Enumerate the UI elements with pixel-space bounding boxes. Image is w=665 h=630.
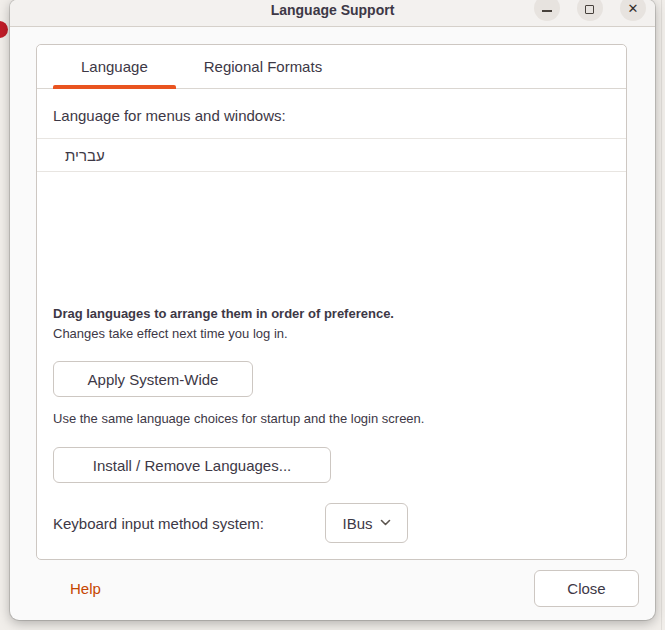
language-list-item[interactable]: עברית xyxy=(37,138,626,172)
apply-hint: Use the same language choices for startu… xyxy=(53,411,424,426)
content-frame: Language Regional Formats Language for m… xyxy=(36,44,627,560)
keyboard-input-method-label: Keyboard input method system: xyxy=(53,515,264,532)
apply-system-wide-button[interactable]: Apply System-Wide xyxy=(53,361,253,397)
footer-close-button[interactable]: Close xyxy=(534,570,639,607)
tab-regional-formats-label: Regional Formats xyxy=(204,58,322,75)
background-window-edge xyxy=(661,0,662,630)
active-tab-indicator xyxy=(53,85,176,89)
language-name: עברית xyxy=(65,147,105,164)
titlebar: Language Support ✕ xyxy=(10,0,655,27)
tab-bar: Language Regional Formats xyxy=(37,45,626,89)
install-remove-languages-button[interactable]: Install / Remove Languages... xyxy=(53,447,331,483)
close-icon: ✕ xyxy=(628,1,639,16)
minimize-icon xyxy=(542,10,552,12)
maximize-icon xyxy=(585,5,594,14)
drag-hint-bold: Drag languages to arrange them in order … xyxy=(53,306,394,321)
tab-language-label: Language xyxy=(81,58,148,75)
menus-windows-label: Language for menus and windows: xyxy=(53,107,286,124)
help-link[interactable]: Help xyxy=(70,580,101,597)
keyboard-input-method-value: IBus xyxy=(342,515,372,532)
tab-regional-formats[interactable]: Regional Formats xyxy=(176,45,350,88)
background-artifact xyxy=(0,21,8,38)
drag-hint: Changes take effect next time you log in… xyxy=(53,326,288,341)
tab-language[interactable]: Language xyxy=(53,45,176,88)
language-support-window: Language Support ✕ Language Regional For… xyxy=(10,0,655,620)
keyboard-input-method-dropdown[interactable]: IBus xyxy=(325,503,408,543)
chevron-down-icon xyxy=(380,519,391,527)
